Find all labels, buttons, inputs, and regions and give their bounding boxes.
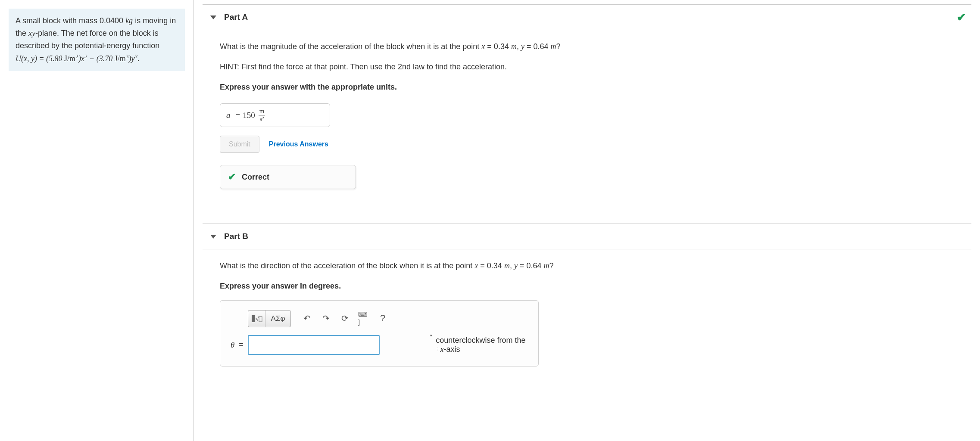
part-b-body: What is the direction of the acceleratio… [203, 249, 971, 384]
answer-value: 150 [243, 111, 255, 120]
part-a-header[interactable]: Part A ✔ [203, 4, 971, 30]
part-a-question: What is the magnitude of the acceleratio… [220, 40, 954, 53]
answer-unit-suffix: ° counterclockwise from the +x-axis [436, 336, 528, 354]
previous-answers-link[interactable]: Previous Answers [269, 140, 328, 148]
svg-rect-2 [259, 317, 262, 322]
part-a-express: Express your answer with the appropriate… [220, 81, 954, 93]
problem-equation: U(x, y) = (5.80 J/m2)x2 − (3.70 J/m3)y3. [16, 54, 140, 63]
collapse-icon [210, 16, 216, 19]
help-icon[interactable]: ? [377, 313, 388, 324]
answer-var: a [226, 111, 231, 120]
problem-sidebar: A small block with mass 0.0400 kg is mov… [0, 0, 194, 441]
keyboard-icon[interactable]: ⌨ ] [358, 313, 369, 324]
reset-icon[interactable]: ⟳ [339, 313, 350, 324]
correct-label: Correct [242, 173, 269, 182]
part-b-title: Part B [224, 232, 248, 241]
part-a-body: What is the magnitude of the acceleratio… [203, 30, 971, 206]
equation-toolbar: √ ΑΣφ ↶ ↷ ⟳ ⌨ ] ? [248, 310, 528, 327]
problem-intro: A small block with mass 0.0400 kg is mov… [16, 16, 176, 50]
theta-label: θ [231, 340, 234, 350]
part-a-title: Part A [224, 12, 248, 22]
correct-feedback: ✔ Correct [220, 165, 356, 189]
check-icon: ✔ [957, 11, 966, 24]
theta-input[interactable] [248, 335, 380, 355]
answer-input-panel: √ ΑΣφ ↶ ↷ ⟳ ⌨ ] ? θ [220, 300, 539, 366]
redo-icon[interactable]: ↷ [320, 313, 331, 324]
problem-statement: A small block with mass 0.0400 kg is mov… [9, 9, 185, 71]
part-a-hint: HINT: First find the force at that point… [220, 61, 954, 73]
greek-button[interactable]: ΑΣφ [265, 311, 290, 327]
check-icon: ✔ [228, 171, 236, 183]
part-b-header[interactable]: Part B [203, 224, 971, 249]
undo-icon[interactable]: ↶ [301, 313, 312, 324]
toolbar-templates-group: √ ΑΣφ [248, 310, 291, 327]
templates-button[interactable]: √ [248, 311, 265, 327]
answer-unit: m s² [259, 108, 265, 122]
theta-eq: = [239, 340, 243, 349]
part-b-express: Express your answer in degrees. [220, 280, 954, 292]
svg-text:√: √ [256, 316, 259, 322]
main-content: Part A ✔ What is the magnitude of the ac… [194, 0, 980, 441]
svg-rect-0 [252, 315, 255, 322]
part-b-question: What is the direction of the acceleratio… [220, 260, 954, 272]
submit-button: Submit [220, 136, 259, 153]
answer-eq: = [236, 111, 240, 120]
collapse-icon [210, 235, 216, 239]
part-a-answer-box: a = 150 m s² [220, 103, 330, 127]
